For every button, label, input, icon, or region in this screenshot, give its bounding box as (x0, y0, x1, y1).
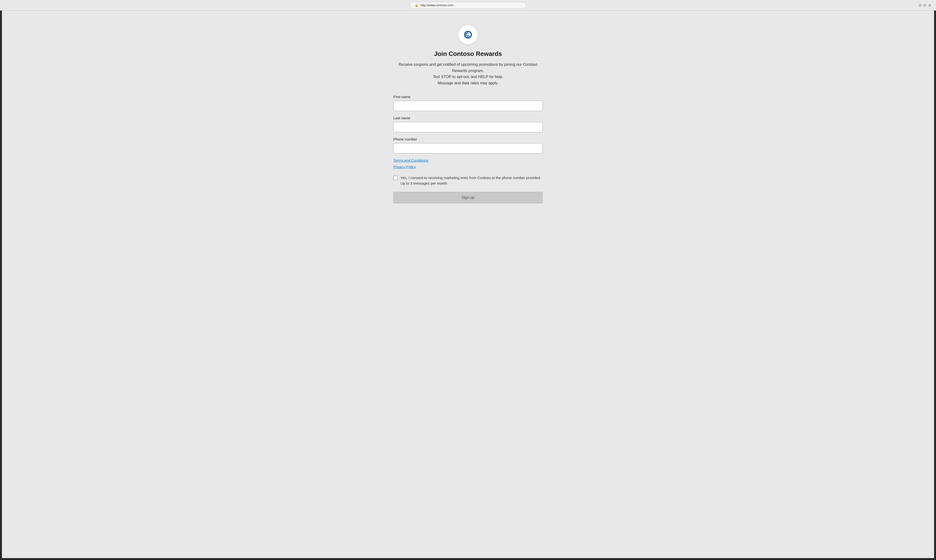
browser-dot-2 (924, 4, 926, 7)
browser-controls (919, 4, 931, 7)
consent-group: Yes, I consent to receiving marketing te… (393, 175, 543, 186)
browser-dot-1 (919, 4, 922, 7)
consent-label: Yes, I consent to receiving marketing te… (400, 175, 543, 186)
phone-input[interactable] (393, 143, 543, 154)
first-name-input[interactable] (393, 101, 543, 111)
description-line3: Message and data rates may apply. (438, 81, 498, 85)
address-bar[interactable]: 🔒 http://www.contoso.com (410, 2, 526, 8)
privacy-link[interactable]: Privacy Policy (393, 165, 543, 169)
first-name-group: First name (393, 95, 543, 111)
logo-circle: C (458, 25, 478, 44)
first-name-label: First name (393, 95, 543, 99)
terms-link[interactable]: Terms and Conditions (393, 158, 543, 162)
last-name-label: Last name (393, 116, 543, 120)
lock-icon: 🔒 (415, 4, 418, 7)
page-title: Join Contoso Rewards (434, 50, 502, 58)
browser-dot-3 (928, 4, 931, 7)
browser-chrome: 🔒 http://www.contoso.com (0, 0, 936, 11)
links-section: Terms and Conditions Privacy Policy (393, 158, 543, 171)
consent-checkbox[interactable] (393, 176, 398, 180)
description-line2: Text STOP to opt-out, text HELP for help… (433, 75, 503, 79)
last-name-input[interactable] (393, 122, 543, 132)
contoso-logo-icon: C (462, 29, 474, 40)
page-description: Receive coupons and get notified of upco… (398, 62, 538, 86)
description-line1: Receive coupons and get notified of upco… (399, 62, 537, 73)
phone-group: Phone number (393, 137, 543, 154)
svg-text:C: C (465, 32, 469, 37)
phone-label: Phone number (393, 137, 543, 141)
url-text: http://www.contoso.com (420, 3, 453, 7)
last-name-group: Last name (393, 116, 543, 132)
page-content: C Join Contoso Rewards Receive coupons a… (0, 11, 936, 560)
signup-button[interactable]: Sign up (393, 192, 543, 203)
form-container: C Join Contoso Rewards Receive coupons a… (393, 25, 543, 203)
